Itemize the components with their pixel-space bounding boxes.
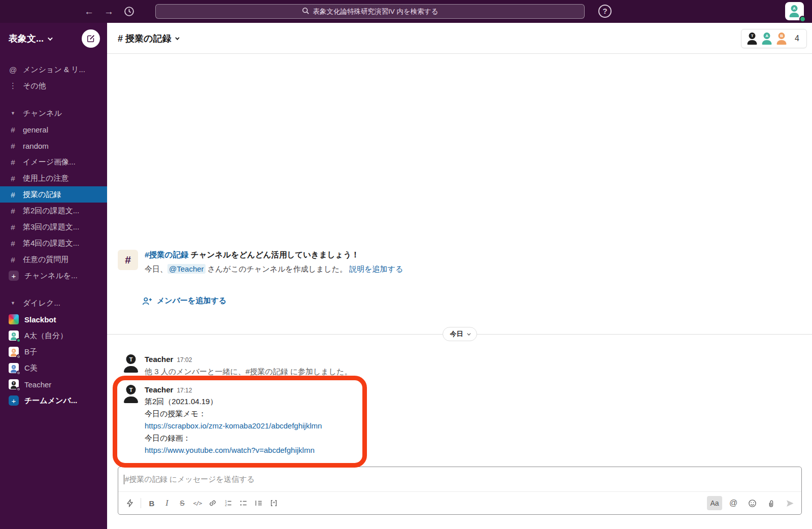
search-placeholder: 表象文化論特殊研究演習IV 内を検索する (313, 7, 438, 16)
sidebar-channel-assignment-2[interactable]: # 第2回の課題文... (0, 203, 107, 219)
back-icon[interactable]: ← (84, 6, 94, 17)
presence-offline-icon (16, 371, 21, 375)
sidebar-channel-questions[interactable]: # 任意の質問用 (0, 251, 107, 268)
sidebar-channel-assignment-3[interactable]: # 第3回の課題文... (0, 219, 107, 235)
presence-offline-icon (16, 387, 21, 391)
at-icon: @ (9, 65, 17, 74)
message-input[interactable]: #授業の記録 にメッセージを送信する (118, 467, 801, 491)
dm-item-teacher[interactable]: T Teacher (0, 376, 107, 392)
user-avatar[interactable]: A (785, 2, 804, 20)
mention-teacher[interactable]: @Teacher (167, 264, 206, 274)
dm-item-c[interactable]: C C美 (0, 360, 107, 376)
youtube-link[interactable]: https://www.youtube.com/watch?v=abcdefgh… (145, 444, 322, 456)
dm-section-header[interactable]: ▼ ダイレク... (0, 295, 107, 311)
avatar: T (9, 379, 19, 389)
add-channel-button[interactable]: + チャンネルを... (0, 268, 107, 284)
channel-title[interactable]: # 授業の記録 (118, 32, 178, 45)
channel-members-button[interactable]: T A B 4 (741, 29, 807, 48)
sidebar-channel-general[interactable]: # general (0, 121, 107, 138)
add-members-button[interactable]: メンバーを追加する (142, 296, 226, 306)
channel-link[interactable]: #授業の記録 (145, 250, 188, 259)
italic-icon[interactable]: I (159, 496, 175, 510)
message-line: 第2回（2021.04.19） (145, 395, 322, 408)
dm-item-self[interactable]: A A太（自分） (0, 327, 107, 344)
message-line: 今日の授業メモ： (145, 408, 322, 420)
sidebar-channel-random[interactable]: # random (0, 138, 107, 154)
scrapbox-link[interactable]: https://scrapbox.io/zmz-komaba2021/abcde… (145, 420, 322, 432)
attachment-paperclip-icon[interactable] (763, 496, 779, 510)
composer-right-actions: Aa @ (707, 496, 797, 510)
add-description-link[interactable]: 説明を追加する (349, 264, 403, 273)
sidebar-item-more[interactable]: ⋮ その他 (0, 78, 107, 94)
workspace-switcher[interactable]: 表象文... (9, 32, 51, 45)
date-pill[interactable]: 今日 (443, 327, 477, 341)
date-divider: 今日 (107, 327, 812, 341)
workspace-header: 表象文... (0, 23, 107, 54)
message-join[interactable]: T Teacher17:02 他 3 人のメンバーと一緒に、#授業の記録 に参加… (122, 354, 352, 377)
format-toggle-icon[interactable]: Aa (707, 496, 722, 510)
bulleted-list-icon[interactable] (235, 496, 251, 510)
person-plus-icon (142, 296, 152, 306)
sidebar-channel-image[interactable]: # イメージ画像... (0, 154, 107, 170)
sidebar-item-mentions[interactable]: @ メンション & リ... (0, 61, 107, 78)
caret-down-icon: ▼ (9, 111, 17, 116)
slackbot-avatar (9, 314, 19, 324)
text-cursor (124, 475, 124, 484)
teacher-avatar[interactable]: T (122, 385, 140, 403)
hash-icon: # (9, 174, 17, 183)
message-time: 17:12 (177, 387, 192, 394)
forward-icon[interactable]: → (104, 6, 114, 17)
bold-icon[interactable]: B (144, 496, 159, 510)
main-panel: # 授業の記録 T A B 4 # #授業の記録 チャンネル (107, 23, 812, 529)
intro-title: #授業の記録 チャンネルをどんどん活用していきましょう！ (145, 250, 403, 260)
ordered-list-icon[interactable]: 1 2 (220, 496, 235, 510)
message-author[interactable]: Teacher (145, 355, 173, 363)
message-author[interactable]: Teacher (145, 385, 173, 394)
sidebar-channel-class-records[interactable]: # 授業の記録 (0, 186, 107, 203)
blockquote-icon[interactable] (251, 496, 266, 510)
channels-section-header[interactable]: ▼ チャンネル (0, 105, 107, 121)
teacher-avatar[interactable]: T (122, 354, 140, 373)
dm-item-b[interactable]: B B子 (0, 344, 107, 360)
invite-members-button[interactable]: + チームメンバ... (0, 392, 107, 409)
send-icon[interactable] (782, 496, 797, 510)
hash-icon: # (9, 125, 17, 134)
shortcuts-lightning-icon[interactable] (122, 496, 138, 510)
compose-button[interactable] (82, 29, 100, 48)
link-icon[interactable] (205, 496, 220, 510)
sidebar-channel-assignment-4[interactable]: # 第4回の課題文... (0, 235, 107, 251)
ellipsis-icon: ⋮ (9, 81, 17, 90)
svg-text:2: 2 (225, 503, 227, 507)
history-clock-icon[interactable] (124, 6, 134, 17)
message-class-record[interactable]: T Teacher17:12 第2回（2021.04.19） 今日の授業メモ： … (122, 385, 322, 456)
pencil-icon (86, 34, 95, 43)
svg-text:1: 1 (225, 500, 227, 503)
hash-icon: # (9, 207, 17, 215)
sidebar-channel-usage-notes[interactable]: # 使用上の注意 (0, 170, 107, 186)
hash-icon: # (9, 142, 17, 150)
message-time: 17:02 (177, 356, 192, 363)
emoji-icon[interactable] (745, 496, 760, 510)
member-avatar: A (761, 32, 772, 45)
dm-item-slackbot[interactable]: Slackbot (0, 311, 107, 327)
search-bar[interactable]: 表象文化論特殊研究演習IV 内を検索する (155, 4, 585, 19)
presence-online-icon (799, 16, 806, 22)
code-block-icon[interactable] (266, 496, 281, 510)
avatar-person-icon: A (789, 5, 800, 17)
mention-icon[interactable]: @ (726, 496, 741, 510)
chevron-down-icon (176, 36, 180, 40)
help-icon[interactable]: ? (598, 5, 612, 18)
hash-icon: # (9, 190, 17, 199)
hash-icon: # (9, 255, 17, 264)
caret-down-icon: ▼ (9, 301, 17, 306)
intro-description: 今日、@Teacher さんがこのチャンネルを作成しました。 説明を追加する (145, 264, 403, 274)
strikethrough-icon[interactable]: S (175, 496, 190, 510)
message-line: 今日の録画： (145, 432, 322, 444)
plus-icon: + (9, 395, 19, 406)
history-nav: ← → (84, 0, 134, 23)
code-icon[interactable]: </> (190, 496, 205, 510)
member-count: 4 (795, 34, 799, 43)
member-avatar: B (776, 32, 787, 45)
member-avatar: T (747, 32, 758, 45)
channel-hash-icon: # (118, 250, 138, 270)
